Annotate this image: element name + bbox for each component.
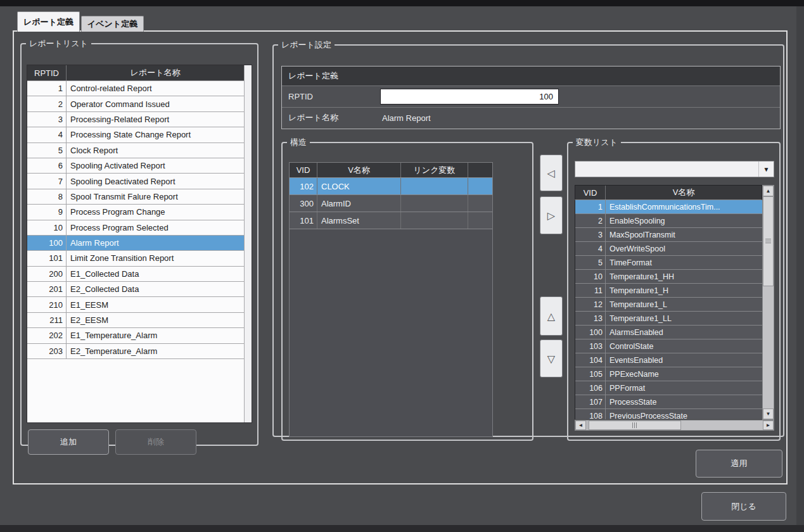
rptid-input[interactable] (380, 89, 559, 104)
report-list-row[interactable]: 200 E1_Collected Data (27, 267, 244, 282)
column-header-filler (468, 163, 492, 177)
variable-row[interactable]: 2 EnableSpooling (575, 214, 762, 228)
variable-row[interactable]: 4 OverWriteSpool (575, 242, 762, 256)
report-name-value: Alarm Report (382, 108, 431, 128)
scroll-left-icon[interactable]: ◄ (575, 421, 586, 430)
structure-group: 構造 VID V名称 リンク変数 102 CLOCK (281, 137, 533, 441)
report-name-cell: Clock Report (67, 143, 244, 158)
report-rptid-cell: 4 (27, 127, 67, 142)
report-definition-tab-page: レポートリスト RPTID レポート名称 1 Control-related R… (13, 30, 788, 484)
report-list-row[interactable]: 5 Clock Report (27, 143, 244, 158)
tab-event-definition[interactable]: イベント定義 (81, 16, 144, 32)
report-name-cell: Process Program Selected (67, 220, 244, 235)
variable-row[interactable]: 107 ProcessState (575, 395, 762, 409)
apply-button[interactable]: 適用 (696, 450, 782, 478)
tab-report-definition[interactable]: レポート定義 (17, 11, 80, 32)
variable-row[interactable]: 105 PPExecName (575, 367, 762, 381)
scroll-right-icon[interactable]: ► (763, 421, 774, 430)
report-list-row[interactable]: 210 E1_EESM (27, 297, 244, 312)
structure-row[interactable]: 102 CLOCK (290, 178, 492, 195)
structure-row[interactable]: 101 AlarmsSet (290, 212, 492, 229)
horizontal-scrollbar-track[interactable] (681, 421, 763, 430)
variable-vid-cell: 3 (575, 228, 606, 241)
variable-vname-cell: Temperature1_H (606, 284, 762, 297)
scroll-up-icon[interactable]: ▲ (763, 186, 774, 196)
close-button[interactable]: 閉じる (701, 492, 786, 521)
variable-row[interactable]: 100 AlarmsEnabled (575, 326, 762, 339)
horizontal-scrollbar-thumb[interactable] (589, 421, 681, 430)
report-list-row[interactable]: 9 Process Program Change (27, 205, 244, 220)
variable-vid-cell: 13 (575, 312, 606, 325)
add-report-button[interactable]: 追加 (28, 429, 109, 455)
variable-vid-cell: 5 (575, 256, 606, 269)
move-down-button[interactable]: ▽ (540, 339, 563, 377)
move-right-button[interactable]: ▷ (540, 196, 563, 234)
structure-row[interactable]: 300 AlarmID (290, 195, 492, 212)
report-list-row[interactable]: 2 Operator Command Issued (27, 96, 244, 111)
report-list-group: レポートリスト RPTID レポート名称 1 Control-related R… (20, 38, 258, 446)
report-list-header: RPTID レポート名称 (27, 65, 244, 81)
report-list-row[interactable]: 4 Processing State Change Report (27, 127, 244, 142)
report-list-table[interactable]: RPTID レポート名称 1 Control-related Report 2 … (27, 65, 252, 423)
structure-vname-cell: AlarmID (317, 195, 401, 212)
report-name-cell: Control-related Report (67, 81, 244, 96)
report-list-row[interactable]: 211 E2_EESM (27, 313, 244, 328)
report-rptid-cell: 211 (27, 313, 67, 327)
variable-list-horizontal-scrollbar[interactable]: ◄ ► (575, 420, 774, 431)
dropdown-value (575, 162, 758, 177)
report-list-row[interactable]: 101 Limit Zone Transition Report (27, 251, 244, 266)
report-name-cell: E1_Collected Data (67, 267, 244, 281)
variable-vid-cell: 1 (575, 200, 606, 213)
variable-row[interactable]: 10 Temperature1_HH (575, 270, 762, 284)
dropdown-arrow-icon: ▼ (758, 162, 774, 177)
variable-row[interactable]: 104 EventsEnabled (575, 353, 762, 367)
move-up-button[interactable]: △ (540, 296, 563, 336)
report-list-row[interactable]: 100 Alarm Report (27, 236, 244, 251)
report-list-row[interactable]: 1 Control-related Report (27, 81, 244, 96)
column-header-link-variable: リンク変数 (401, 163, 468, 177)
report-list-row[interactable]: 3 Processing-Related Report (27, 112, 244, 127)
variable-row[interactable]: 1 EstablishCommunicationsTim... (575, 200, 762, 214)
variable-row[interactable]: 13 Temperature1_LL (575, 312, 762, 326)
report-name-cell: Spool Transmit Falure Report (67, 189, 244, 204)
report-name-cell: Spooling Deactivated Report (67, 174, 244, 188)
variable-row[interactable]: 106 PPFormat (575, 381, 762, 395)
report-list-row[interactable]: 8 Spool Transmit Falure Report (27, 189, 244, 205)
variable-row[interactable]: 3 MaxSpoolTransmit (575, 228, 762, 242)
move-left-button[interactable]: ◁ (540, 155, 563, 191)
scroll-down-icon[interactable]: ▼ (763, 408, 774, 419)
report-list-body: 1 Control-related Report 2 Operator Comm… (27, 81, 244, 359)
variable-row[interactable]: 103 ControlState (575, 339, 762, 353)
variable-vid-cell: 11 (575, 284, 606, 297)
report-list-row[interactable]: 6 Spooling Activated Report (27, 158, 244, 174)
variable-list-table[interactable]: VID V名称 1 EstablishCommunicationsTim... (575, 185, 774, 431)
structure-table[interactable]: VID V名称 リンク変数 102 CLOCK (289, 162, 493, 437)
report-list-row[interactable]: 203 E2_Temperature_Alarm (27, 344, 244, 359)
report-definition-header: レポート定義 (282, 66, 780, 86)
variable-vid-cell: 100 (575, 326, 606, 339)
structure-table-header: VID V名称 リンク変数 (290, 163, 492, 178)
variable-vid-cell: 10 (575, 270, 606, 283)
variable-list-vertical-scrollbar[interactable]: ▲ ▼ (762, 185, 774, 420)
delete-report-button[interactable]: 削除 (115, 429, 196, 455)
report-list-row[interactable]: 7 Spooling Deactivated Report (27, 174, 244, 189)
variable-filter-dropdown[interactable]: ▼ (575, 161, 774, 177)
variable-vname-cell: ControlState (606, 339, 762, 353)
variable-row[interactable]: 108 PreviousProcessState (575, 409, 762, 419)
report-list-row[interactable]: 10 Process Program Selected (27, 220, 244, 236)
variable-row[interactable]: 12 Temperature1_L (575, 298, 762, 312)
report-list-scrollbar-track[interactable] (244, 65, 252, 422)
report-name-cell: E2_Collected Data (67, 282, 244, 296)
scrollbar-grip (765, 239, 771, 244)
column-header-rptid: RPTID (27, 65, 67, 80)
variable-row[interactable]: 5 TimeFormat (575, 256, 762, 270)
variable-row[interactable]: 11 Temperature1_H (575, 284, 762, 298)
variable-vname-cell: Temperature1_LL (606, 312, 762, 325)
report-list-row[interactable]: 201 E2_Collected Data (27, 282, 244, 297)
move-right-icon: ▷ (547, 210, 555, 222)
vertical-scrollbar-track[interactable] (763, 286, 774, 408)
variable-vname-cell: Temperature1_L (606, 298, 762, 311)
report-list-row[interactable]: 202 E1_Temperature_Alarm (27, 328, 244, 343)
column-header-vname: V名称 (317, 163, 401, 177)
vertical-scrollbar-thumb[interactable] (763, 196, 774, 286)
